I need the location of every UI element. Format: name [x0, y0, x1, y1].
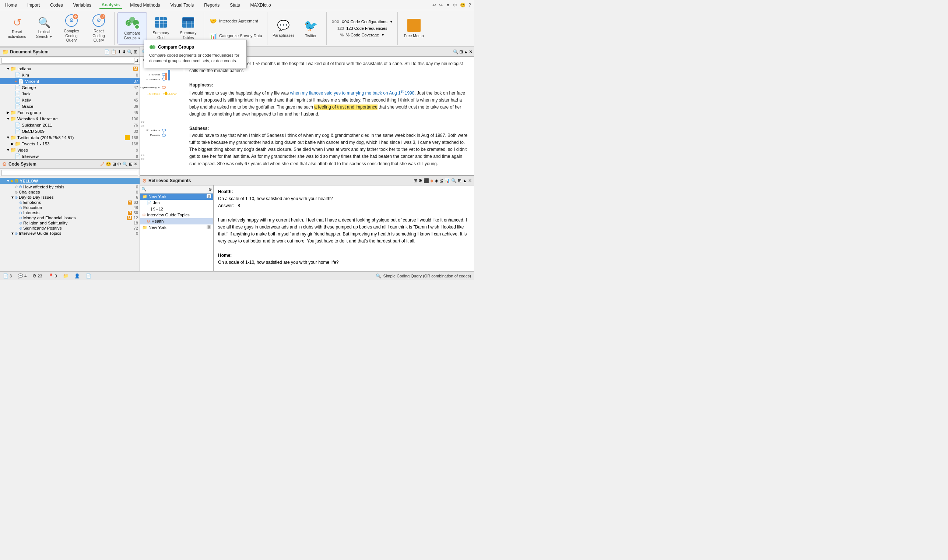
- doc-checkbox[interactable]: ☐: [134, 58, 138, 63]
- tree-item-interests[interactable]: ⊙ Interests ? 36: [0, 210, 140, 215]
- menu-stats[interactable]: Stats: [228, 2, 242, 8]
- intercoder-agreement-button[interactable]: 🤝 Intercoder Agreement: [207, 14, 261, 28]
- retrieved-item-new-york-2[interactable]: 📁 New York 0: [140, 225, 213, 231]
- reset-coding-button[interactable]: ⚙ ↺ Reset CodingQuery: [85, 12, 112, 45]
- menu-visual-tools[interactable]: Visual Tools: [168, 2, 196, 8]
- code-search-input[interactable]: [2, 170, 138, 176]
- undo-icon[interactable]: ↩: [432, 3, 436, 8]
- tree-item-tweets[interactable]: ▶ 📁 Tweets 1 - 153 168: [0, 140, 140, 147]
- ret-icon-1[interactable]: ⊞: [414, 178, 417, 183]
- tree-item-challenges[interactable]: ⊙ Challenges 0: [0, 189, 140, 195]
- ret-close[interactable]: ✕: [468, 178, 472, 183]
- doc-icon-2[interactable]: 📋: [111, 49, 116, 54]
- menu-reports[interactable]: Reports: [202, 2, 222, 8]
- retrieved-item-health[interactable]: ⚙ Health: [140, 218, 213, 225]
- tree-item-jack[interactable]: 📄 Jack 6: [0, 91, 140, 97]
- redo-icon[interactable]: ↪: [439, 3, 443, 8]
- ret-icon-2[interactable]: ⚙: [418, 178, 422, 183]
- menu-import[interactable]: Import: [25, 2, 42, 8]
- tree-item-video[interactable]: ▼ 📁 Video 9: [0, 147, 140, 153]
- retrieved-item-range[interactable]: [ 9 - 12: [140, 206, 213, 212]
- tree-item-grace[interactable]: 📄 Grace 36: [0, 103, 140, 109]
- tree-item-crisis[interactable]: ⊙ ⊙ How affected by crisis 0: [0, 184, 140, 189]
- ret-expand-icon-2[interactable]: ⊕: [208, 187, 212, 192]
- twitter-button[interactable]: 🐦 Twitter: [298, 12, 324, 45]
- tree-item-twitter-data[interactable]: ▼ 📁 Twitter data (2015/25/8 14:51) 168: [0, 134, 140, 140]
- tree-item-interview[interactable]: 📄 Interview 9: [0, 153, 140, 159]
- ret-icon-8[interactable]: 🔍: [451, 178, 457, 183]
- doc-icon-3[interactable]: ⬆: [117, 49, 121, 54]
- dv-search-3[interactable]: 🔍: [453, 49, 459, 54]
- paraphrases-button[interactable]: 💬 Paraphrases: [270, 12, 297, 45]
- code-expand-icon[interactable]: ⊞: [129, 162, 133, 167]
- tree-arrow-interview-guide-topics[interactable]: ▼: [10, 231, 15, 235]
- tree-arrow-yellow[interactable]: ▼: [6, 179, 10, 183]
- menu-variables[interactable]: Variables: [71, 2, 94, 8]
- retrieved-item-interview-guide[interactable]: ⚙ Interview Guide Topics: [140, 212, 213, 218]
- tree-item-vincent[interactable]: ● 📄 Vincent 37: [0, 78, 140, 84]
- dv-expand-icon[interactable]: ⊞: [459, 49, 463, 54]
- menu-mixed-methods[interactable]: Mixed Methods: [128, 2, 162, 8]
- tree-item-day-issues[interactable]: ▼ ⊙ Day-to-Day Issues 6: [0, 195, 140, 200]
- ret-icon-5[interactable]: ◈: [435, 178, 438, 183]
- emoji-icon[interactable]: 😊: [460, 3, 466, 8]
- dv-max-icon[interactable]: ▲: [464, 49, 468, 54]
- tree-item-focus-group[interactable]: ▶ 📁 Focus group 45: [0, 109, 140, 115]
- tree-item-interview-guide-topics[interactable]: ▼ ⊙ Interview Guide Topics 0: [0, 231, 140, 236]
- code-coverage-button[interactable]: % % Code Coverage ▼: [338, 32, 387, 38]
- code-configurations-button[interactable]: X0X X0X Code Configurations ▼: [330, 19, 395, 25]
- tree-item-significantly-positive[interactable]: ⊙ Significantly Positive 72: [0, 226, 140, 231]
- code-frequencies-button[interactable]: 123 123 Code Frequencies: [335, 25, 390, 31]
- tree-item-religion[interactable]: ⊙ Religion and Spirituality 18: [0, 220, 140, 226]
- ret-search-icon[interactable]: 🔍: [141, 187, 147, 192]
- doc-icon-1[interactable]: 📄: [104, 49, 110, 54]
- help-icon[interactable]: ?: [468, 3, 471, 8]
- ret-icon-6[interactable]: 🖨: [439, 178, 443, 183]
- code-icon-4[interactable]: ⚙: [117, 162, 121, 167]
- menu-analysis[interactable]: Analysis: [99, 2, 122, 9]
- ret-expand[interactable]: ⊞: [458, 178, 462, 183]
- tree-arrow-video[interactable]: ▼: [6, 148, 10, 152]
- tree-arrow-websites[interactable]: ▼: [6, 117, 10, 121]
- tree-item-education[interactable]: ⊙ Education 48: [0, 205, 140, 210]
- tree-arrow-focus[interactable]: ▶: [6, 111, 10, 114]
- free-memo-button[interactable]: Free Memo: [401, 12, 427, 45]
- tree-item-oecd[interactable]: 📄 OECD 2009 30: [0, 128, 140, 134]
- doc-expand-icon[interactable]: ⊞: [134, 49, 137, 54]
- code-icon-1[interactable]: 🖊: [100, 162, 105, 167]
- tree-item-suikkanen[interactable]: 📄 Suikkanen 2011 76: [0, 122, 140, 128]
- tree-item-websites[interactable]: ▼ 📁 Websites & Literature 106: [0, 115, 140, 122]
- retrieved-content[interactable]: Health: On a scale of 1-10, how satisfie…: [214, 185, 474, 271]
- menu-codes[interactable]: Codes: [48, 2, 65, 8]
- doc-icon-4[interactable]: ⬇: [122, 49, 126, 54]
- tree-item-yellow[interactable]: ▼ ● ⚙ YELLOW: [0, 178, 140, 184]
- ret-max[interactable]: ▲: [463, 178, 467, 183]
- tree-item-kelly[interactable]: 📄 Kelly 45: [0, 97, 140, 103]
- document-text-area[interactable]: harder in physical therapy. After 1-½ mo…: [184, 57, 474, 175]
- menu-maxdictio[interactable]: MAXDictio: [248, 2, 273, 8]
- ret-icon-4[interactable]: ◆: [430, 178, 434, 183]
- tree-item-kim[interactable]: 📄 Kim 0: [0, 72, 140, 78]
- retrieved-item-jon[interactable]: 📄 Jon: [140, 200, 213, 206]
- complex-coding-button[interactable]: ⚙ ⚙ Complex CodingQuery: [58, 12, 85, 45]
- tree-arrow-day-issues[interactable]: ▼: [10, 195, 15, 199]
- tree-item-indiana[interactable]: ▼ 📁 Indiana M: [0, 66, 140, 72]
- dv-close-icon[interactable]: ✕: [469, 49, 472, 54]
- ret-icon-7[interactable]: 📊: [445, 178, 450, 183]
- doc-search-input[interactable]: [2, 58, 134, 64]
- tree-arrow-indiana[interactable]: ▼: [6, 66, 10, 71]
- tree-item-money[interactable]: ⊙ Money and Financial Issues M 12: [0, 215, 140, 220]
- retrieved-item-new-york-1[interactable]: 📁 New York 0: [140, 194, 213, 200]
- lexical-search-button[interactable]: 🔍 LexicalSearch ▼: [31, 12, 57, 45]
- code-icon-2[interactable]: 😊: [106, 162, 111, 167]
- code-icon-3[interactable]: ⊞: [112, 162, 116, 167]
- menu-home[interactable]: Home: [3, 2, 19, 8]
- compare-groups-button[interactable]: ◯ CompareGroups ▼: [117, 12, 147, 45]
- reset-activations-button[interactable]: ↺ Reset activations: [4, 12, 30, 45]
- doc-search-icon[interactable]: 🔍: [127, 49, 133, 54]
- code-search-icon[interactable]: 🔍: [122, 162, 128, 167]
- settings-icon[interactable]: ⚙: [453, 3, 457, 8]
- dropdown-icon[interactable]: ▼: [446, 3, 450, 8]
- tree-item-emotions[interactable]: ⊙ Emotions ? 63: [0, 200, 140, 205]
- code-close-icon[interactable]: ✕: [134, 162, 137, 167]
